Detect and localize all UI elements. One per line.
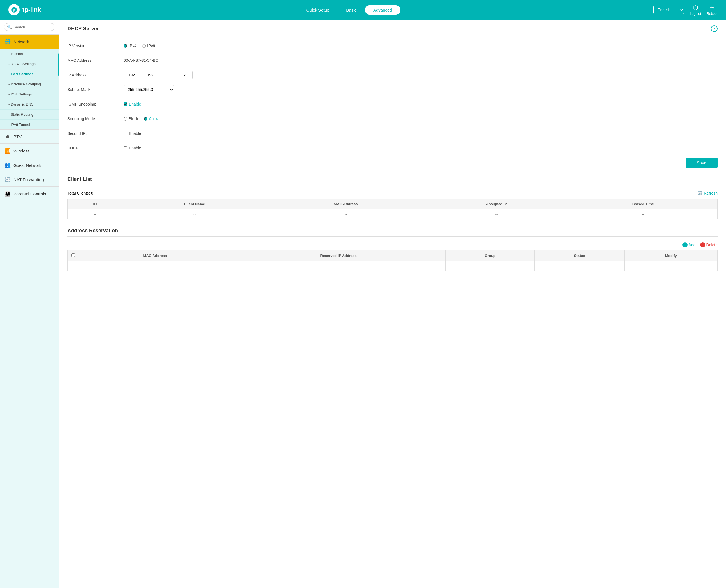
tab-advanced[interactable]: Advanced [365,5,400,15]
igmp-snooping-checkbox-label[interactable]: Enable [124,102,141,106]
subnet-mask-select[interactable]: 255.255.255.0 255.255.0.0 255.0.0.0 [124,85,174,94]
guest-network-icon: 👥 [4,162,11,168]
dhcp-label: DHCP: [67,146,124,150]
sidebar-item-guest-network[interactable]: 👥 Guest Network [0,158,59,172]
sidebar-item-dynamic-dns[interactable]: - Dynamic DNS [0,99,59,109]
snooping-allow-label[interactable]: Allow [144,117,158,121]
logout-button[interactable]: ⬡ Log out [690,4,701,16]
add-icon: + [683,242,687,247]
sidebar-item-label-nat: NAT Forwarding [14,177,44,182]
select-all-checkbox[interactable] [71,253,75,257]
snooping-block-label[interactable]: Block [124,117,138,121]
sidebar-item-wireless[interactable]: 📶 Wireless [0,144,59,158]
logo-icon: p [8,4,20,16]
help-icon[interactable]: ? [711,25,718,32]
client-col-mac: MAC Address [267,199,424,209]
search-input[interactable] [14,25,59,29]
sidebar-item-nat[interactable]: 🔄 NAT Forwarding [0,172,59,186]
client-row-id: -- [68,209,122,219]
snooping-mode-label: Snooping Mode: [67,117,124,121]
sidebar-item-lan-settings[interactable]: - LAN Settings [0,69,59,79]
addr-row-check: -- [68,261,79,271]
reboot-button[interactable]: ✳ Reboot [707,4,718,16]
ip-version-label: IP Version: [67,44,124,48]
second-ip-enable-text: Enable [129,131,141,135]
client-table-body: -- -- -- -- -- [68,209,718,219]
second-ip-label: Second IP: [67,131,124,135]
header: p tp-link Quick Setup Basic Advanced Eng… [0,0,726,20]
tab-basic[interactable]: Basic [337,5,365,15]
ip-segment-c[interactable] [159,71,175,79]
sidebar-item-iptv[interactable]: 🖥 IPTV [0,130,59,144]
sidebar: 🔍 🌐 Network - Internet - 3G/4G Settings … [0,20,59,588]
sidebar-item-internet[interactable]: - Internet [0,48,59,59]
addr-col-checkbox [68,250,79,261]
add-button[interactable]: + Add [683,242,696,247]
client-table-header-row: ID Client Name MAC Address Assigned IP L… [68,199,718,209]
sidebar-item-3g4g[interactable]: - 3G/4G Settings [0,59,59,69]
wireless-icon: 📶 [4,148,11,154]
delete-button[interactable]: − Delete [700,242,718,247]
second-ip-checkbox[interactable] [124,132,127,135]
reboot-icon: ✳ [710,4,714,11]
addr-row-modify: -- [625,261,718,271]
save-button[interactable]: Save [686,158,718,168]
sidebar-item-dsl-settings[interactable]: - DSL Settings [0,89,59,99]
sidebar-item-ipv6-tunnel[interactable]: - IPv6 Tunnel [0,119,59,129]
total-clients-label: Total Clients: 0 [67,191,93,195]
ipv4-radio-label[interactable]: IPv4 [124,44,137,48]
ip-version-control: IPv4 IPv6 [124,44,155,48]
scrollbar-indicator[interactable] [58,54,59,76]
sidebar-section-parental: 👪 Parental Controls [0,187,59,201]
ip-segment-a[interactable] [124,71,139,79]
igmp-snooping-checkbox[interactable] [124,103,127,106]
dhcp-checkbox[interactable] [124,146,127,150]
sidebar-item-network[interactable]: 🌐 Network [0,35,59,48]
dhcp-control: Enable [124,146,141,150]
ip-segment-d[interactable] [177,71,192,79]
tab-quick-setup[interactable]: Quick Setup [298,5,338,15]
logout-icon: ⬡ [693,4,698,11]
ipv4-radio[interactable] [124,44,127,48]
sidebar-item-static-routing[interactable]: - Static Routing [0,109,59,119]
sidebar-section-iptv: 🖥 IPTV [0,130,59,144]
addr-row-group: -- [446,261,535,271]
ip-segment-b[interactable] [142,71,157,79]
sidebar-item-label-wireless: Wireless [14,149,30,153]
snooping-block-radio[interactable] [124,117,127,121]
client-list-table: ID Client Name MAC Address Assigned IP L… [67,199,718,219]
refresh-button[interactable]: 🔄 Refresh [698,191,718,195]
client-row-ip: -- [425,209,568,219]
table-row: -- -- -- -- -- [68,209,718,219]
nat-icon: 🔄 [4,176,11,183]
client-col-id: ID [68,199,122,209]
language-select[interactable]: English [653,6,684,14]
addr-row-reserved-ip: -- [231,261,445,271]
sidebar-item-label-network: Network [14,39,29,44]
ipv6-radio[interactable] [142,44,146,48]
sidebar-item-label-parental: Parental Controls [14,191,46,196]
dhcp-checkbox-label[interactable]: Enable [124,146,141,150]
ipv6-radio-label[interactable]: IPv6 [142,44,155,48]
logo: p tp-link [8,4,45,16]
sidebar-item-label-iptv: IPTV [12,134,22,139]
client-row-name: -- [122,209,267,219]
snooping-block-text: Block [129,117,138,121]
addr-col-status: Status [535,250,624,261]
ip-address-control: . . . [124,71,193,79]
sidebar-section-wireless: 📶 Wireless [0,144,59,158]
sidebar-item-interface-grouping[interactable]: - Interface Grouping [0,79,59,89]
content-area: DHCP Server ? IP Version: IPv4 IPv6 MAC … [59,20,726,588]
addr-col-reserved-ip: Reserved IP Address [231,250,445,261]
ip-dot-1: . [139,73,142,77]
addr-row-mac: -- [79,261,231,271]
sidebar-item-parental[interactable]: 👪 Parental Controls [0,187,59,201]
addr-col-group: Group [446,250,535,261]
addr-row-status: -- [535,261,624,271]
second-ip-checkbox-label[interactable]: Enable [124,131,141,135]
ip-version-row: IP Version: IPv4 IPv6 [67,41,718,51]
subnet-mask-row: Subnet Mask: 255.255.255.0 255.255.0.0 2… [67,85,718,94]
snooping-allow-radio[interactable] [144,117,147,121]
logo-text: tp-link [22,6,41,14]
client-table-head: ID Client Name MAC Address Assigned IP L… [68,199,718,209]
